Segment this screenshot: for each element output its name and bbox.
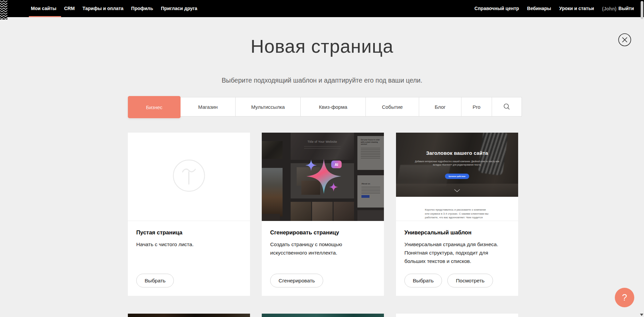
chevron-down-icon <box>454 187 460 193</box>
tab-blog[interactable]: Блог <box>419 97 461 116</box>
template-card-partial-1 <box>128 314 250 317</box>
card-description: Начать с чистого листа. <box>136 240 237 248</box>
scrollbar-down-arrow-icon[interactable] <box>640 314 643 316</box>
card-description: Универсальная страница для бизнеса. Поня… <box>404 240 505 265</box>
tilda-watermark-icon <box>172 159 205 192</box>
template-card-universal: Заголовок вашего сайта Добавьте интересн… <box>396 133 518 296</box>
card-title: Универсальный шаблон <box>404 229 472 236</box>
page-scrollbar[interactable] <box>640 0 644 317</box>
search-icon <box>503 103 510 110</box>
nav-item-crm[interactable]: CRM <box>64 0 75 17</box>
logout-link[interactable]: Выйти <box>618 0 634 17</box>
card-actions: Выбрать <box>136 274 174 287</box>
tab-business[interactable]: Бизнес <box>128 96 181 118</box>
template-card-blank-page: Пустая страница Начать с чистого листа. … <box>128 133 250 296</box>
tab-event[interactable]: Событие <box>366 97 419 116</box>
nav-item-webinars[interactable]: Вебинары <box>527 0 551 17</box>
card-actions: Выбрать Посмотреть <box>404 274 493 287</box>
help-button[interactable]: ? <box>615 288 634 307</box>
template-body-thumbnail: Коротко представьтесь и расскажите о ком… <box>396 197 518 221</box>
preview-heading: Заголовок вашего сайта <box>396 150 518 156</box>
page-subtitle: Выберите подходящий шаблон и адаптируйте… <box>0 77 644 84</box>
main-nav: Мои сайты CRM Тарифы и оплата Профиль Пр… <box>31 0 197 17</box>
tab-quiz-form[interactable]: Квиз-форма <box>301 97 366 116</box>
card-description: Создать страницу с помощью искусственног… <box>270 240 371 257</box>
universal-template-preview: Заголовок вашего сайта Добавьте интересн… <box>396 133 518 221</box>
tab-multilink[interactable]: Мультиссылка <box>236 97 301 116</box>
ai-sparkles-icon <box>301 154 348 201</box>
page-title: Новая страница <box>0 36 644 57</box>
user-name-label: (John) <box>602 6 616 11</box>
preview-cta-button: Целевое действие <box>445 174 469 179</box>
nav-item-profile[interactable]: Профиль <box>131 0 153 17</box>
generate-button[interactable]: Сгенерировать <box>270 274 323 287</box>
choose-button[interactable]: Выбрать <box>136 274 174 287</box>
nav-item-lessons[interactable]: Уроки и статьи <box>559 0 594 17</box>
tab-search[interactable] <box>492 97 522 116</box>
tab-pro[interactable]: Pro <box>461 97 492 116</box>
template-card-partial-3 <box>396 314 518 317</box>
template-category-tabs: Бизнес Магазин Мультиссылка Квиз-форма С… <box>128 97 522 117</box>
template-hero-thumbnail: Заголовок вашего сайта Добавьте интересн… <box>396 133 518 197</box>
scrollbar-thumb[interactable] <box>641 1 643 19</box>
top-navigation-bar: Мои сайты CRM Тарифы и оплата Профиль Пр… <box>0 0 644 17</box>
card-actions: Сгенерировать <box>270 274 323 287</box>
new-page-screen: Мои сайты CRM Тарифы и оплата Профиль Пр… <box>0 0 644 317</box>
choose-button[interactable]: Выбрать <box>404 274 442 287</box>
card-title: Сгенерировать страницу <box>270 229 339 236</box>
nav-item-pricing[interactable]: Тарифы и оплата <box>83 0 123 17</box>
template-card-ai-generate: Title of Your Website Get your house in … <box>262 133 384 296</box>
tab-store[interactable]: Магазин <box>181 97 236 116</box>
nav-item-help-center[interactable]: Справочный центр <box>475 0 519 17</box>
preview-subtext: Добавьте интересные подробности о вашей … <box>413 160 501 167</box>
card-title: Пустая страница <box>136 229 182 236</box>
nav-item-my-sites[interactable]: Мои сайты <box>31 0 56 17</box>
ai-badge: AI <box>331 161 342 168</box>
preview-body-text: Коротко представьтесь и расскажите о ком… <box>425 208 489 221</box>
ai-generate-preview: Title of Your Website Get your house in … <box>262 133 384 221</box>
secondary-nav: Справочный центр Вебинары Уроки и статьи… <box>475 0 634 17</box>
nav-item-invite-friend[interactable]: Пригласи друга <box>161 0 197 17</box>
zigzag-pattern <box>0 0 7 19</box>
view-button[interactable]: Посмотреть <box>447 274 493 287</box>
template-card-partial-2 <box>262 314 384 317</box>
blank-page-preview <box>128 133 250 221</box>
